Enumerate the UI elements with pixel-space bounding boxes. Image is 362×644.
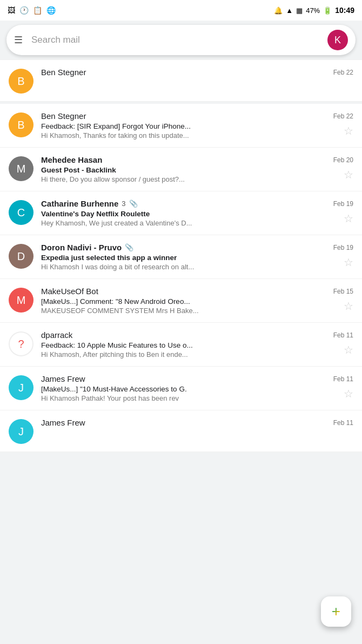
sender-row: James Frew [41,418,85,427]
email-list: B Ben Stegner Feb 22 Feedback: [SIR Expa… [0,104,362,452]
email-content: Ben Stegner Feb 22 Feedback: [SIR Expand… [41,111,353,140]
email-header: Catharine Burhenne 3 📎 Feb 19 [41,199,353,208]
sender-name: Mehedee Hasan [41,155,102,164]
email-content: James Frew Feb 11 [41,418,353,429]
email-date: Feb 11 [333,375,353,383]
status-right: 🔔 ▲ ▦ 47% 🔋 10:49 [274,6,354,15]
sender-row: Ben Stegner [41,68,86,77]
email-content: Mehedee Hasan Feb 20 Guest Post - Backli… [41,155,353,183]
star-icon[interactable]: ☆ [344,300,353,313]
email-subject: Feedback: 10 Apple Music Features to Use… [41,341,353,349]
email-header: Doron Nadivi - Pruvo 📎 Feb 19 [41,243,353,252]
attachment-icon: 📎 [125,243,133,251]
star-icon[interactable]: ☆ [344,256,353,269]
star-icon[interactable]: ☆ [344,212,353,225]
chrome-icon: 🌐 [46,6,56,15]
star-icon[interactable]: ☆ [344,343,353,356]
email-header: dparrack Feb 11 [41,330,353,340]
compose-fab[interactable]: + [321,596,351,627]
email-item-mehedee-hasan[interactable]: M Mehedee Hasan Feb 20 Guest Post - Back… [0,148,362,191]
star-icon[interactable]: ☆ [344,387,353,400]
star-icon[interactable]: ☆ [344,124,353,137]
avatar: ? [9,331,33,356]
sender-row: Catharine Burhenne 3 📎 [41,199,138,208]
sender-name: James Frew [41,418,85,427]
battery-icon: 🔋 [323,6,332,15]
avatar: B [9,69,33,94]
signal-icon: ▦ [296,6,303,15]
email-content: MakeUseOf Bot Feb 15 [MakeUs...] Comment… [41,287,353,315]
search-bar[interactable]: ☰ Search mail K [6,25,356,55]
battery-percent: 47% [306,6,320,15]
email-content: James Frew Feb 11 [MakeUs...] "10 Must-H… [41,374,353,402]
email-preview: Hi Khamosh Pathak! Your post has been re… [41,394,353,402]
avatar: J [9,419,33,444]
star-icon[interactable]: ☆ [344,168,353,181]
email-subject: [MakeUs...] "10 Must-Have Accessories to… [41,385,353,393]
email-item-dparrack[interactable]: ? dparrack Feb 11 Feedback: 10 Apple Mus… [0,323,362,367]
email-item-doron-nadivi[interactable]: D Doron Nadivi - Pruvo 📎 Feb 19 Expedia … [0,235,362,279]
hamburger-icon[interactable]: ☰ [14,34,23,46]
clock-icon: 🕐 [19,6,29,15]
email-subject: Valentine's Day Netflix Roulette [41,210,353,218]
email-subject: Expedia just selected this app a winner [41,254,353,262]
email-preview: Hi there, Do you allow sponsor / guest p… [41,175,353,183]
email-header: Mehedee Hasan Feb 20 [41,155,353,164]
email-content: dparrack Feb 11 Feedback: 10 Apple Music… [41,330,353,358]
email-date: Feb 19 [333,200,353,208]
email-content: Ben Stegner Feb 22 [41,68,353,78]
status-icons: 🖼 🕐 📋 🌐 [8,6,56,15]
email-date: Feb 19 [333,244,353,251]
sender-row: James Frew [41,374,85,383]
avatar: M [9,288,33,313]
sender-row: Ben Stegner [41,111,86,121]
search-input[interactable]: Search mail [31,35,327,45]
email-content: Doron Nadivi - Pruvo 📎 Feb 19 Expedia ju… [41,243,353,271]
email-header: Ben Stegner Feb 22 [41,111,353,121]
sender-row: dparrack [41,330,72,340]
email-subject: [MakeUs...] Comment: "8 New Android Oreo… [41,297,353,306]
email-header: James Frew Feb 11 [41,374,353,383]
sender-name: Doron Nadivi - Pruvo [41,243,122,252]
avatar: M [9,156,33,181]
email-preview: MAKEUSEOF COMMENT SYSTEM Mrs H Bake... [41,307,353,315]
email-subject: Guest Post - Backlink [41,166,353,174]
email-item-james-frew-2[interactable]: J James Frew Feb 11 [0,410,362,452]
sender-row: Mehedee Hasan [41,155,102,164]
email-content: Catharine Burhenne 3 📎 Feb 19 Valentine'… [41,199,353,227]
email-preview: Hi Khamosh I was doing a bit of research… [41,263,353,271]
avatar: C [9,200,33,225]
avatar: B [9,112,33,137]
time-display: 10:49 [335,6,354,15]
email-date: Feb 11 [333,419,353,427]
avatar: D [9,244,33,269]
email-date: Feb 20 [333,156,353,164]
sender-name: Catharine Burhenne [41,199,118,208]
photo-icon: 🖼 [8,6,15,15]
email-item-makeuseof-bot[interactable]: M MakeUseOf Bot Feb 15 [MakeUs...] Comme… [0,279,362,323]
email-item-james-frew-1[interactable]: J James Frew Feb 11 [MakeUs...] "10 Must… [0,367,362,410]
email-date: Feb 15 [333,288,353,295]
email-header: Ben Stegner Feb 22 [41,68,353,77]
user-avatar[interactable]: K [327,30,348,50]
email-preview: Hey Khamosh, We just created a Valentine… [41,219,353,227]
attachment-icon: 📎 [129,200,138,208]
email-item-partial-top[interactable]: B Ben Stegner Feb 22 [0,59,362,102]
email-item-ben-stegner-1[interactable]: B Ben Stegner Feb 22 Feedback: [SIR Expa… [0,104,362,148]
clipboard-icon: 📋 [33,6,42,15]
bell-icon: 🔔 [274,6,283,15]
email-header: MakeUseOf Bot Feb 15 [41,287,353,296]
sender-name: James Frew [41,374,85,383]
email-preview: Hi Khamosh, Thanks for taking on this up… [41,131,353,140]
avatar: J [9,375,33,400]
sender-name: Ben Stegner [41,111,86,121]
email-date: Feb 22 [333,69,353,76]
sender-row: MakeUseOf Bot [41,287,98,296]
email-item-catharine-burhenne[interactable]: C Catharine Burhenne 3 📎 Feb 19 Valentin… [0,191,362,235]
sender-name: dparrack [41,330,72,340]
compose-icon: + [332,603,340,620]
thread-count: 3 [122,200,125,208]
email-subject: Feedback: [SIR Expand] Forgot Your iPhon… [41,122,353,130]
status-bar: 🖼 🕐 📋 🌐 🔔 ▲ ▦ 47% 🔋 10:49 [0,0,362,21]
wifi-icon: ▲ [286,6,293,15]
